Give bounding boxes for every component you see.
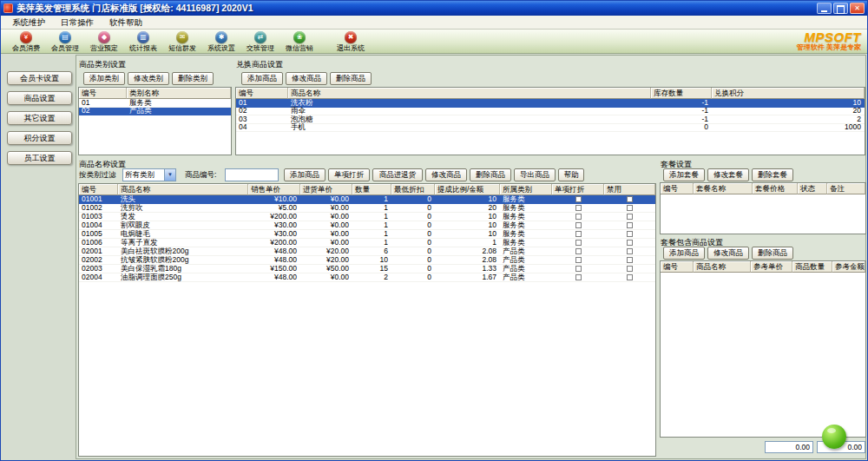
- column-header-name[interactable]: 类别名称: [127, 88, 231, 99]
- sidebar-item-points-settings[interactable]: 积分设置: [7, 131, 72, 145]
- product-row[interactable]: 02001 美白祛斑软膜粉200g ¥48.00 ¥20.00 6 0 2.08…: [79, 247, 655, 256]
- stock-in-out-button[interactable]: 商品进退货: [372, 168, 423, 181]
- menu-daily-operation[interactable]: 日常操作: [53, 16, 102, 29]
- item-discount-checkbox[interactable]: [575, 248, 582, 254]
- chevron-down-icon[interactable]: [164, 169, 175, 181]
- item-discount-checkbox[interactable]: [575, 222, 582, 228]
- toolbar-item-booking[interactable]: ◆ 营业预定: [88, 31, 121, 52]
- product-row[interactable]: 02004 油脂调理面膜250g ¥48.00 ¥0.00 2 0 1.67 产…: [79, 273, 655, 282]
- category-filter-select[interactable]: 所有类别: [122, 168, 176, 181]
- column-header-id[interactable]: 编号: [661, 183, 694, 194]
- disabled-checkbox[interactable]: [627, 240, 633, 246]
- single-discount-button[interactable]: 单项打折: [328, 168, 370, 181]
- column-header-price[interactable]: 销售单价: [248, 184, 300, 195]
- edit-combo-button[interactable]: 修改套餐: [707, 168, 749, 181]
- item-discount-checkbox[interactable]: [575, 196, 582, 202]
- item-discount-checkbox[interactable]: [575, 214, 582, 220]
- column-header-remark[interactable]: 备注: [827, 183, 865, 194]
- item-discount-checkbox[interactable]: [575, 274, 582, 280]
- exchange-row[interactable]: 02 雨伞 -1 20: [236, 108, 865, 116]
- product-row[interactable]: 02002 抗皱紧肤软膜粉200g ¥48.00 ¥20.00 10 0 2.0…: [79, 256, 655, 265]
- exchange-row[interactable]: 01 洗衣粉 -1 10: [236, 99, 865, 108]
- disabled-checkbox[interactable]: [627, 205, 633, 211]
- delete-combo-button[interactable]: 删除套餐: [752, 168, 793, 181]
- toolbar-item-member-consume[interactable]: ¥ 会员消费: [10, 31, 43, 52]
- sidebar-item-product-settings[interactable]: 商品设置: [7, 91, 72, 105]
- category-row[interactable]: 01 服务类: [79, 99, 231, 108]
- column-header-id[interactable]: 编号: [661, 261, 694, 273]
- toolbar-item-wechat[interactable]: ❀ 微信营销: [283, 31, 316, 52]
- column-header-category[interactable]: 所属类别: [500, 184, 552, 195]
- exchange-row[interactable]: 03 泡泡糖 -1 2: [236, 115, 865, 124]
- column-header-unit-price[interactable]: 参考单价: [751, 261, 792, 273]
- product-code-input[interactable]: [225, 168, 279, 181]
- sidebar-item-other-settings[interactable]: 其它设置: [7, 111, 72, 125]
- help-button[interactable]: 帮助: [558, 168, 584, 181]
- column-header-qty[interactable]: 商品数量: [792, 261, 832, 273]
- column-header-points[interactable]: 兑换积分: [712, 88, 865, 99]
- product-row[interactable]: 01006 等离子直发 ¥200.00 ¥0.00 1 0 1 服务类: [79, 239, 655, 247]
- exchange-row[interactable]: 04 手机 0 1000: [236, 124, 865, 133]
- category-row[interactable]: 02 产品类: [79, 108, 231, 116]
- column-header-id[interactable]: 编号: [79, 184, 118, 195]
- toolbar-item-shift[interactable]: ⇄ 交班管理: [244, 31, 277, 52]
- disabled-checkbox[interactable]: [627, 214, 633, 220]
- delete-combo-item-button[interactable]: 删除商品: [752, 247, 793, 260]
- sidebar-item-staff-settings[interactable]: 员工设置: [7, 151, 72, 165]
- column-header-name[interactable]: 套餐名称: [694, 183, 753, 194]
- edit-combo-item-button[interactable]: 修改商品: [707, 247, 749, 260]
- disabled-checkbox[interactable]: [627, 231, 633, 237]
- product-row[interactable]: 02003 美白保湿乳霜180g ¥150.00 ¥50.00 15 0 1.3…: [79, 265, 655, 273]
- toolbar-item-member-manage[interactable]: ▤ 会员管理: [49, 31, 82, 52]
- column-header-disabled[interactable]: 禁用: [604, 184, 655, 195]
- edit-category-button[interactable]: 修改类别: [128, 72, 169, 85]
- column-header-commission[interactable]: 提成比例/金额: [435, 184, 500, 195]
- add-combo-button[interactable]: 添加套餐: [663, 168, 705, 181]
- column-header-status[interactable]: 状态: [798, 183, 827, 194]
- product-row[interactable]: 01001 洗头 ¥10.00 ¥0.00 1 0 10 服务类: [79, 195, 655, 204]
- delete-category-button[interactable]: 删除类别: [172, 72, 214, 85]
- floating-service-icon[interactable]: [822, 425, 846, 449]
- disabled-checkbox[interactable]: [627, 257, 633, 263]
- add-exchange-product-button[interactable]: 添加商品: [241, 72, 283, 85]
- toolbar-item-exit[interactable]: ✖ 退出系统: [334, 31, 367, 52]
- delete-product-button[interactable]: 删除商品: [470, 168, 511, 181]
- add-product-button[interactable]: 添加商品: [284, 168, 326, 181]
- toolbar-item-sms[interactable]: ✉ 短信群发: [166, 31, 199, 52]
- minimize-button[interactable]: [817, 3, 832, 14]
- item-discount-checkbox[interactable]: [575, 257, 582, 263]
- sidebar-item-member-card-settings[interactable]: 会员卡设置: [7, 71, 72, 85]
- column-header-name[interactable]: 商品名称: [118, 184, 248, 195]
- toolbar-item-reports[interactable]: ▥ 统计报表: [127, 31, 160, 52]
- disabled-checkbox[interactable]: [627, 196, 633, 202]
- column-header-item-discount[interactable]: 单项打折: [552, 184, 604, 195]
- column-header-amount[interactable]: 参考金额: [832, 261, 865, 273]
- column-header-min-discount[interactable]: 最低折扣: [391, 184, 435, 195]
- toolbar-item-settings[interactable]: ✱ 系统设置: [205, 31, 238, 52]
- column-header-cost[interactable]: 进货单价: [300, 184, 352, 195]
- delete-exchange-product-button[interactable]: 删除商品: [330, 72, 372, 85]
- column-header-stock[interactable]: 库存数量: [651, 88, 712, 99]
- disabled-checkbox[interactable]: [627, 222, 633, 228]
- column-header-id[interactable]: 编号: [236, 88, 288, 99]
- item-discount-checkbox[interactable]: [575, 266, 582, 272]
- item-discount-checkbox[interactable]: [575, 231, 582, 237]
- export-product-button[interactable]: 导出商品: [514, 168, 556, 181]
- disabled-checkbox[interactable]: [627, 266, 633, 272]
- close-button[interactable]: [850, 3, 865, 14]
- column-header-qty[interactable]: 数量: [352, 184, 391, 195]
- maximize-button[interactable]: [833, 3, 848, 14]
- menu-software-help[interactable]: 软件帮助: [102, 16, 150, 29]
- item-discount-checkbox[interactable]: [575, 240, 582, 246]
- disabled-checkbox[interactable]: [627, 274, 633, 280]
- column-header-price[interactable]: 套餐价格: [753, 183, 798, 194]
- product-row[interactable]: 01004 割双眼皮 ¥30.00 ¥0.00 1 0 10 服务类: [79, 221, 655, 230]
- column-header-id[interactable]: 编号: [79, 88, 127, 99]
- add-combo-item-button[interactable]: 添加商品: [663, 247, 705, 260]
- product-row[interactable]: 01005 电焗睫毛 ¥30.00 ¥0.00 1 0 10 服务类: [79, 230, 655, 239]
- column-header-name[interactable]: 商品名称: [694, 261, 751, 273]
- column-header-name[interactable]: 商品名称: [288, 88, 651, 99]
- product-row[interactable]: 01002 洗剪吹 ¥5.00 ¥0.00 1 0 20 服务类: [79, 204, 655, 213]
- edit-product-button[interactable]: 修改商品: [425, 168, 467, 181]
- add-category-button[interactable]: 添加类别: [83, 72, 125, 85]
